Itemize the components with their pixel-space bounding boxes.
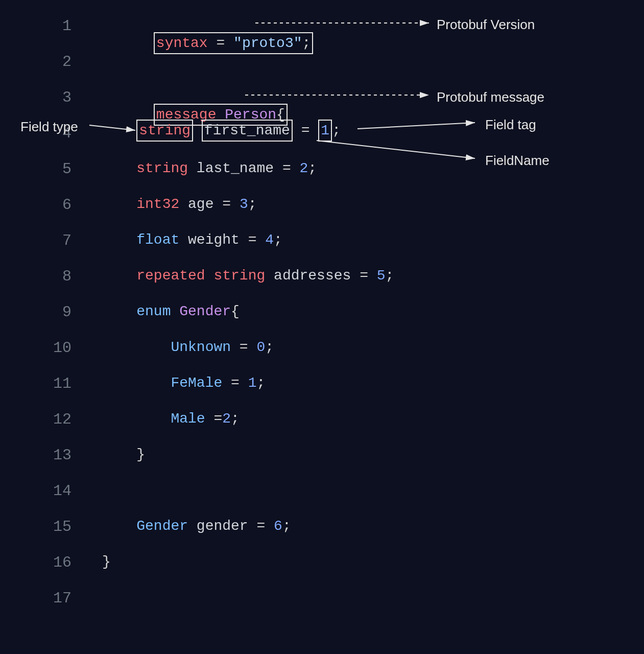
line-number: 13: [0, 445, 71, 466]
field-name: gender: [197, 518, 248, 534]
field-type-box: string: [136, 120, 193, 142]
diagram-root: 1 2 3 4 5 6 7 8 9 10 11 12 13 14 15 16 1…: [0, 0, 644, 654]
arrow-field-name: [317, 141, 475, 158]
field-type: Gender: [136, 518, 188, 534]
code-line-12: Male =2;: [102, 409, 240, 429]
enum-value: 2: [222, 411, 231, 427]
line-number: 11: [0, 373, 71, 394]
enum-name: Gender: [179, 303, 231, 319]
line-number: 8: [0, 266, 71, 287]
field-type: int32: [136, 196, 179, 212]
brace-close: }: [102, 554, 111, 570]
field-name: addresses: [274, 268, 351, 284]
modifier-repeated: repeated: [136, 268, 205, 284]
enum-value-name: Unknown: [171, 339, 231, 355]
brace-close: }: [136, 447, 145, 462]
field-name: first_name: [204, 123, 290, 138]
field-type: float: [136, 232, 179, 248]
code-line-16: }: [102, 552, 111, 572]
code-line-13: }: [102, 445, 145, 464]
enum-value-name: FeMale: [171, 375, 222, 391]
field-tag: 2: [300, 160, 308, 176]
field-name-box: first_name: [202, 120, 293, 142]
line-number: 5: [0, 158, 71, 180]
field-type: string: [136, 160, 188, 176]
field-tag: 5: [377, 268, 386, 284]
code-line-1: syntax = "proto3";: [102, 12, 313, 75]
line-number: 3: [0, 87, 71, 108]
keyword-syntax: syntax: [156, 35, 208, 51]
code-line-5: string last_name = 2;: [102, 158, 317, 178]
line-number: 12: [0, 409, 71, 430]
line-number: 14: [0, 480, 71, 502]
code-line-15: Gender gender = 6;: [102, 516, 291, 536]
line-number: 2: [0, 51, 71, 73]
equals: =: [293, 123, 318, 138]
annotation-field-name: FieldName: [485, 151, 550, 170]
code-line-8: repeated string addresses = 5;: [102, 266, 394, 286]
field-tag: 6: [274, 518, 282, 534]
arrow-field-tag: [357, 123, 475, 129]
arrow-overlay: [0, 0, 644, 654]
code-line-4: string first_name = 1;: [102, 120, 341, 142]
field-name: last_name: [197, 160, 274, 176]
code-line-9: enum Gender{: [102, 301, 240, 321]
field-name: age: [188, 196, 213, 212]
enum-value: 0: [256, 339, 265, 355]
line-number: 17: [0, 588, 71, 609]
line-number: 1: [0, 15, 71, 37]
brace-open: {: [231, 303, 240, 319]
semicolon: ;: [302, 35, 311, 51]
line-number: 9: [0, 301, 71, 323]
annotation-field-type: Field type: [20, 118, 78, 136]
line-number: 16: [0, 552, 71, 573]
code-line-6: int32 age = 3;: [102, 194, 257, 214]
line-number: 10: [0, 337, 71, 359]
semicolon: ;: [332, 123, 341, 138]
field-type: string: [139, 123, 190, 138]
field-name: weight: [188, 232, 240, 248]
field-tag-box: 1: [318, 120, 332, 142]
space: [193, 123, 202, 138]
line-number: 7: [0, 230, 71, 251]
line-number: 6: [0, 194, 71, 216]
field-tag: 3: [240, 196, 248, 212]
string-literal: "proto3": [233, 35, 302, 51]
syntax-declaration-box: syntax = "proto3";: [154, 32, 313, 54]
field-tag: 4: [265, 232, 274, 248]
annotation-protobuf-message: Protobuf message: [437, 88, 544, 106]
annotation-field-tag: Field tag: [485, 115, 536, 134]
indent: [102, 123, 136, 138]
enum-value: 1: [248, 375, 257, 391]
keyword-enum: enum: [136, 303, 171, 319]
annotation-protobuf-version: Protobuf Version: [437, 15, 535, 34]
enum-value-name: Male: [171, 411, 205, 427]
code-line-7: float weight = 4;: [102, 230, 282, 250]
field-tag: 1: [321, 123, 329, 138]
code-line-10: Unknown = 0;: [102, 337, 274, 357]
code-line-11: FeMale = 1;: [102, 373, 265, 393]
field-type: string: [213, 268, 265, 284]
line-number: 15: [0, 516, 71, 538]
equals: =: [208, 35, 233, 51]
